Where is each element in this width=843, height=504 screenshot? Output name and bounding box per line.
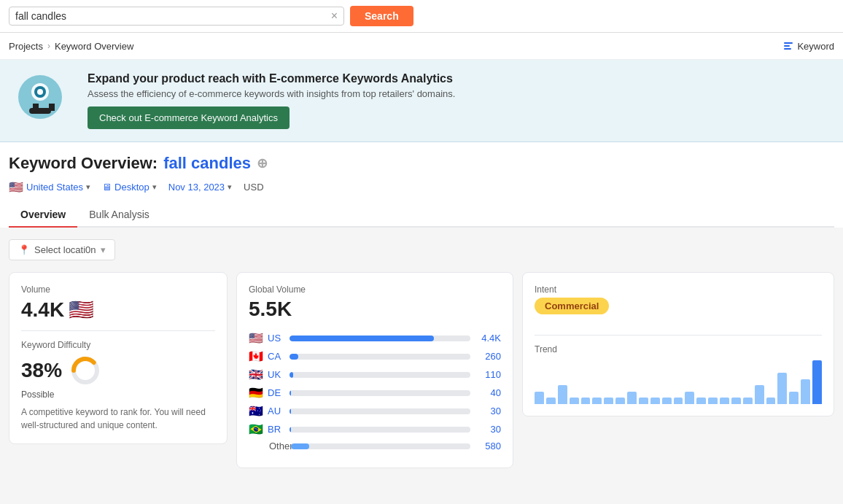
bar-fill-de [290, 390, 291, 396]
breadcrumb-projects[interactable]: Projects [9, 41, 43, 52]
volume-flag: 🇺🇸 [69, 298, 94, 322]
country-val-de: 40 [475, 387, 501, 398]
intent-card: Intent Commercial Trend [522, 272, 834, 416]
date-chevron: ▾ [228, 182, 232, 192]
keyword-title-value: fall candles [163, 154, 251, 173]
trend-bar [789, 392, 799, 404]
search-button[interactable]: Search [350, 6, 413, 26]
country-chevron: ▾ [86, 182, 90, 192]
trend-bar [696, 398, 706, 404]
country-row-uk: 🇬🇧 UK 110 [249, 368, 501, 381]
bar-bg-ca [290, 354, 470, 360]
bar-bg-de [290, 390, 470, 396]
keyword-overview-link[interactable]: Keyword [782, 40, 834, 52]
country-val-uk: 110 [475, 369, 501, 380]
keyword-title-label: Keyword Overview: [9, 154, 158, 173]
currency-label: USD [244, 182, 263, 193]
card-divider [21, 330, 215, 331]
bar-bg-other [291, 443, 470, 449]
trend-bar [592, 398, 602, 404]
trend-bar [755, 385, 764, 404]
global-volume-card: Global Volume 5.5K 🇺🇸 US 4.4K 🇨🇦 CA 260 [236, 272, 513, 468]
bar-bg-br [290, 427, 470, 433]
trend-bar [743, 398, 753, 404]
trend-bar [720, 398, 729, 404]
trend-bar [627, 392, 637, 404]
country-row-br: 🇧🇷 BR 30 [249, 422, 501, 436]
banner-title: Expand your product reach with E-commerc… [88, 72, 455, 85]
bar-fill-uk [290, 372, 293, 378]
keyword-icon [782, 40, 794, 52]
device-chevron: ▾ [152, 182, 157, 192]
country-code-uk[interactable]: UK [268, 369, 285, 380]
trend-bar [674, 398, 683, 404]
device-label: Desktop [114, 182, 149, 193]
breadcrumb-current: Keyword Overview [55, 41, 133, 52]
bar-bg-au [290, 408, 470, 414]
intent-card-divider [535, 335, 822, 336]
country-row-au: 🇦🇺 AU 30 [249, 404, 501, 418]
country-label: United States [26, 182, 83, 193]
intent-badge: Commercial [535, 298, 609, 314]
trend-bar [639, 398, 648, 404]
kd-donut-chart [69, 354, 101, 387]
search-input[interactable] [15, 10, 331, 22]
svg-point-6 [37, 89, 43, 95]
trend-bar [685, 392, 694, 404]
pin-icon: 📍 [18, 244, 30, 255]
add-to-list-icon[interactable]: ⊕ [257, 155, 268, 171]
country-val-ca: 260 [475, 351, 501, 362]
volume-label: Volume [21, 284, 215, 295]
trend-bar [731, 398, 741, 404]
trend-bar [708, 398, 718, 404]
tab-overview[interactable]: Overview [9, 203, 77, 228]
bar-bg-uk [290, 372, 470, 378]
bar-bg-us [290, 336, 470, 341]
bar-fill-us [290, 336, 434, 341]
trend-bar [777, 373, 787, 404]
country-flag: 🇺🇸 [9, 180, 23, 194]
svg-rect-7 [29, 108, 51, 114]
banner-cta-button[interactable]: Check out E-commerce Keyword Analytics [88, 106, 290, 129]
global-volume-label: Global Volume [249, 284, 501, 295]
search-input-wrapper: × [9, 7, 344, 26]
tab-bulk-analysis[interactable]: Bulk Analysis [77, 203, 160, 228]
intent-label: Intent [535, 284, 822, 295]
bar-fill-br [290, 427, 291, 433]
country-code-ca[interactable]: CA [268, 351, 285, 362]
main-content: 📍 Select locati0n ▾ Volume 4.4K 🇺🇸 Keywo… [0, 228, 843, 480]
kd-description: A competitive keyword to rank for. You w… [21, 406, 215, 432]
country-filter[interactable]: 🇺🇸 United States ▾ [9, 180, 90, 194]
country-val-us: 4.4K [475, 333, 501, 344]
other-label: Other [269, 441, 287, 451]
cards-row: Volume 4.4K 🇺🇸 Keyword Difficulty 38% Po… [9, 272, 834, 468]
bar-fill-au [290, 408, 291, 414]
banner-description: Assess the efficiency of e-commerce keyw… [88, 88, 455, 99]
country-code-br[interactable]: BR [268, 424, 285, 435]
breadcrumb-chevron: › [47, 41, 50, 51]
trend-bar [812, 360, 822, 404]
country-code-us[interactable]: US [268, 333, 285, 344]
country-row-us: 🇺🇸 US 4.4K [249, 331, 501, 345]
kd-possible: Possible [21, 389, 215, 400]
breadcrumb: Projects › Keyword Overview Keyword [0, 33, 843, 60]
country-val-other: 580 [475, 441, 501, 451]
date-filter[interactable]: Nov 13, 2023 ▾ [168, 182, 232, 193]
trend-bar [558, 385, 567, 404]
trend-bar [570, 398, 579, 404]
location-chevron: ▾ [101, 244, 106, 255]
country-row-ca: 🇨🇦 CA 260 [249, 349, 501, 363]
trend-bar [615, 398, 625, 404]
location-placeholder: Select locati0n [34, 244, 96, 255]
filters-row: 🇺🇸 United States ▾ 🖥 Desktop ▾ Nov 13, 2… [9, 180, 834, 194]
country-row-other: Other 580 [249, 441, 501, 451]
volume-card: Volume 4.4K 🇺🇸 Keyword Difficulty 38% Po… [9, 272, 228, 444]
svg-rect-2 [784, 48, 791, 50]
location-select[interactable]: 📍 Select locati0n ▾ [9, 239, 115, 260]
device-filter[interactable]: 🖥 Desktop ▾ [102, 182, 157, 193]
volume-value: 4.4K 🇺🇸 [21, 298, 215, 322]
country-code-au[interactable]: AU [268, 406, 285, 416]
banner-content: Expand your product reach with E-commerc… [88, 72, 455, 129]
country-code-de[interactable]: DE [268, 387, 285, 398]
clear-icon[interactable]: × [331, 10, 338, 22]
